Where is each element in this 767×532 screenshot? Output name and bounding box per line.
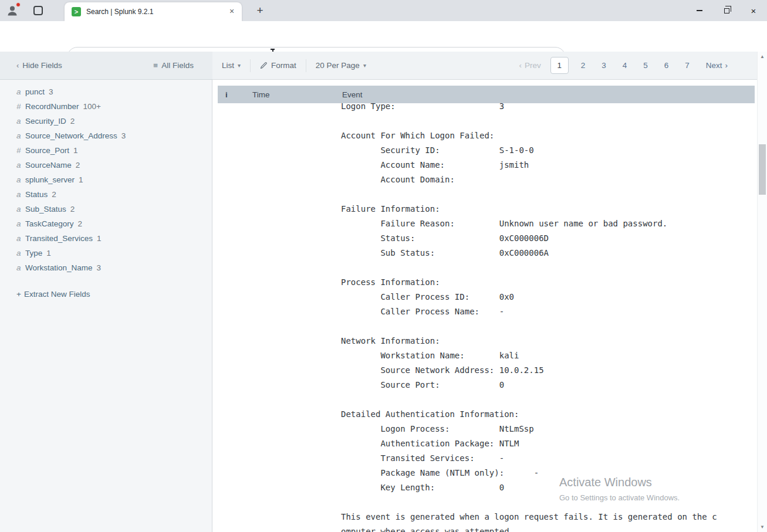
field-count: 2 bbox=[70, 205, 75, 214]
field-count: 3 bbox=[97, 263, 102, 272]
info-column-header: i bbox=[218, 90, 235, 99]
pagination-page[interactable]: 6 bbox=[664, 61, 669, 70]
all-fields-label: All Fields bbox=[161, 61, 194, 70]
field-item[interactable]: aStatus2 bbox=[0, 187, 212, 202]
tab-actions-icon[interactable] bbox=[33, 6, 43, 15]
minimize-icon bbox=[697, 10, 702, 11]
field-type-icon: # bbox=[16, 143, 25, 158]
field-item[interactable]: aSource_Network_Address3 bbox=[0, 128, 212, 143]
field-count: 2 bbox=[78, 219, 83, 228]
chevron-left-icon: ‹ bbox=[16, 61, 19, 70]
hide-fields-label: Hide Fields bbox=[22, 61, 62, 70]
field-name: Type bbox=[25, 249, 42, 257]
scroll-up-icon[interactable]: ▲ bbox=[758, 52, 767, 62]
field-name: Transited_Services bbox=[25, 234, 93, 243]
fields-panel-header: ‹ Hide Fields ≡ All Fields bbox=[0, 52, 212, 80]
splunk-search-app: ‹ Hide Fields ≡ All Fields List ▾ Format… bbox=[0, 52, 767, 532]
scroll-down-icon[interactable]: ▼ bbox=[758, 522, 767, 532]
field-type-icon: a bbox=[16, 128, 25, 143]
pagination-page[interactable]: 3 bbox=[602, 61, 606, 70]
browser-tab[interactable]: > Search | Splunk 9.2.1 × bbox=[65, 2, 242, 21]
field-type-icon: # bbox=[16, 99, 25, 114]
time-column-header: Time bbox=[235, 90, 342, 99]
events-panel: Logon Type: 3 Account For Which Logon Fa… bbox=[213, 80, 757, 532]
field-name: Workstation_Name bbox=[25, 263, 93, 272]
all-fields-button[interactable]: ≡ All Fields bbox=[153, 61, 194, 70]
field-name: punct bbox=[25, 87, 45, 96]
format-label: Format bbox=[271, 61, 296, 70]
profile-icon[interactable] bbox=[5, 3, 20, 18]
field-type-icon: a bbox=[16, 202, 25, 216]
field-count: 2 bbox=[76, 161, 80, 170]
field-item[interactable]: aSub_Status2 bbox=[0, 202, 212, 216]
field-item[interactable]: asplunk_server1 bbox=[0, 172, 212, 187]
notification-dot-icon bbox=[16, 2, 21, 7]
extract-new-fields-label: Extract New Fields bbox=[24, 290, 90, 299]
format-button[interactable]: Format bbox=[260, 61, 296, 70]
per-page-dropdown[interactable]: 20 Per Page ▾ bbox=[316, 61, 366, 70]
field-name: Sub_Status bbox=[25, 205, 66, 214]
field-item[interactable]: aTaskCategory2 bbox=[0, 216, 212, 231]
field-item[interactable]: #RecordNumber100+ bbox=[0, 99, 212, 114]
field-name: splunk_server bbox=[25, 175, 75, 184]
pagination-page[interactable]: 5 bbox=[643, 61, 648, 70]
extract-new-fields-link[interactable]: + Extract New Fields bbox=[0, 290, 212, 299]
tab-title: Search | Splunk 9.2.1 bbox=[86, 8, 221, 16]
field-item[interactable]: aWorkstation_Name3 bbox=[0, 260, 212, 275]
window-controls: × bbox=[686, 0, 767, 21]
field-item[interactable]: aSourceName2 bbox=[0, 158, 212, 172]
vertical-scrollbar[interactable]: ▲ ▼ bbox=[757, 52, 767, 532]
field-type-icon: a bbox=[16, 260, 25, 275]
prev-label: Prev bbox=[525, 61, 541, 70]
close-window-button[interactable]: × bbox=[740, 0, 767, 21]
field-item[interactable]: aTransited_Services1 bbox=[0, 231, 212, 246]
field-name: RecordNumber bbox=[25, 102, 79, 111]
plus-icon: + bbox=[16, 290, 21, 299]
scrollbar-thumb[interactable] bbox=[759, 144, 766, 195]
field-name: Source_Port bbox=[25, 146, 69, 155]
chevron-right-icon: › bbox=[725, 61, 728, 70]
field-name: Status bbox=[25, 190, 48, 199]
events-table-header: i Time Event bbox=[218, 86, 755, 103]
field-name: Security_ID bbox=[25, 117, 66, 126]
field-item[interactable]: aSecurity_ID2 bbox=[0, 114, 212, 128]
caret-down-icon: ▾ bbox=[238, 62, 241, 69]
pagination-page[interactable]: 4 bbox=[623, 61, 627, 70]
field-count: 100+ bbox=[83, 102, 101, 111]
field-count: 1 bbox=[97, 234, 102, 243]
next-label: Next bbox=[706, 61, 722, 70]
field-count: 2 bbox=[52, 190, 56, 199]
event-raw-text: Logon Type: 3 Account For Which Logon Fa… bbox=[341, 99, 717, 532]
field-count: 3 bbox=[121, 131, 126, 140]
restore-icon bbox=[724, 8, 729, 13]
field-type-icon: a bbox=[16, 114, 25, 128]
field-type-icon: a bbox=[16, 158, 25, 172]
field-count: 1 bbox=[46, 249, 51, 257]
field-name: Source_Network_Address bbox=[25, 131, 117, 140]
field-count: 3 bbox=[49, 87, 53, 96]
field-item[interactable]: #Source_Port1 bbox=[0, 143, 212, 158]
caret-down-icon: ▾ bbox=[363, 62, 366, 69]
per-page-label: 20 Per Page bbox=[316, 61, 360, 70]
pagination-page[interactable]: 2 bbox=[581, 61, 586, 70]
field-type-icon: a bbox=[16, 246, 25, 260]
field-type-icon: a bbox=[16, 172, 25, 187]
pagination-pages: 2 3 4 5 6 7 bbox=[573, 61, 698, 70]
list-view-dropdown[interactable]: List ▾ bbox=[222, 61, 241, 70]
pagination-page[interactable]: 7 bbox=[685, 61, 690, 70]
hide-fields-button[interactable]: ‹ Hide Fields bbox=[16, 61, 62, 70]
field-list: apunct3 #RecordNumber100+ aSecurity_ID2 … bbox=[0, 84, 212, 275]
event-column-header: Event bbox=[342, 90, 363, 99]
field-type-icon: a bbox=[16, 187, 25, 202]
pagination-next[interactable]: Next › bbox=[706, 61, 728, 70]
field-item[interactable]: apunct3 bbox=[0, 84, 212, 99]
pagination-page-current[interactable]: 1 bbox=[550, 57, 569, 74]
field-type-icon: a bbox=[16, 231, 25, 246]
minimize-button[interactable] bbox=[686, 0, 713, 21]
address-toolbar: ← ⚠ Not secure 10.0.2.10:8000/en-US/app/… bbox=[0, 21, 767, 52]
restore-button[interactable] bbox=[713, 0, 740, 21]
tab-close-icon[interactable]: × bbox=[227, 6, 237, 17]
field-count: 1 bbox=[73, 146, 78, 155]
field-item[interactable]: aType1 bbox=[0, 246, 212, 260]
new-tab-button[interactable]: + bbox=[252, 3, 268, 18]
